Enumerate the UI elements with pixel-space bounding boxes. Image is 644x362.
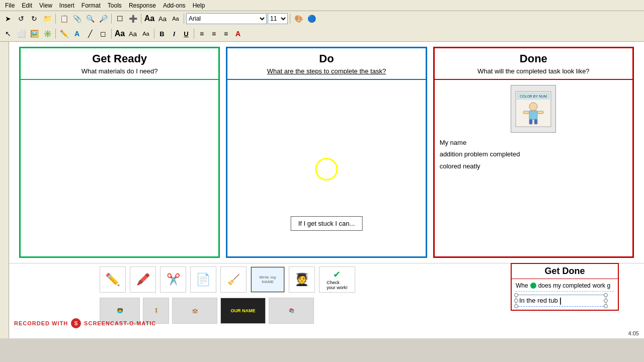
classroom-img: 🏫 (173, 298, 217, 323)
do-header: Do What are the steps to complete the ta… (227, 48, 425, 80)
btn-textbox[interactable]: 🖼️ (28, 28, 40, 40)
get-done-input-text: In the red tub (519, 297, 558, 304)
btn-open[interactable]: 📁 (41, 13, 53, 25)
do-subtitle: What are the steps to complete the task? (232, 67, 420, 75)
btn-font-large[interactable]: Aa (143, 13, 155, 25)
strip-our-name[interactable]: OUR NAME (220, 298, 266, 324)
resize-handle-ml[interactable] (514, 299, 518, 303)
btn-box[interactable]: ☐ (114, 13, 126, 25)
btn-erase[interactable]: ◻ (97, 28, 109, 40)
scissors-icon: ✂️ (167, 273, 180, 286)
menu-help[interactable]: Help (190, 1, 208, 10)
menu-format[interactable]: Format (78, 1, 104, 10)
btn-redo[interactable]: ↻ (28, 13, 40, 25)
menu-addons[interactable]: Add-ons (160, 1, 189, 10)
done-body: COLOR BY NUM (435, 80, 632, 256)
btn-font-small2[interactable]: Aa (140, 28, 152, 40)
menu-view[interactable]: View (36, 1, 55, 10)
btn-plus[interactable]: ➕ (127, 13, 139, 25)
menu-tools[interactable]: Tools (105, 1, 125, 10)
resize-handle-br[interactable] (604, 304, 608, 308)
check-work-icon: ✔ Checkyour work! (327, 269, 348, 290)
btn-line[interactable]: ╱ (84, 28, 96, 40)
bookshelf-img: 📚 (269, 298, 313, 323)
resize-handle-mr[interactable] (604, 299, 608, 303)
svg-point-3 (529, 103, 537, 111)
strip-bookshelf[interactable]: 📚 (269, 298, 314, 324)
strip-scissors[interactable]: ✂️ (160, 266, 186, 293)
btn-star[interactable]: ✳️ (41, 28, 53, 40)
btn-align-center[interactable]: ≡ (208, 28, 219, 39)
menu-bar: File Edit View Insert Format Tools Respo… (0, 0, 644, 11)
strip-write-name[interactable]: Write myNAME (251, 266, 285, 293)
resize-handle-bl[interactable] (514, 304, 518, 308)
get-done-title: Get Done (544, 266, 585, 276)
column-do: Do What are the steps to complete the ta… (226, 47, 427, 258)
btn-pencil[interactable]: ✏️ (58, 28, 70, 40)
columns-container: Get Ready What materials do I need? Do W… (9, 42, 644, 263)
watermark-prefix: RECORDED WITH (14, 320, 68, 326)
strip-check-work[interactable]: ✔ Checkyour work! (319, 266, 355, 293)
toolbar-row-1: ➤ ↺ ↻ 📁 📋 📎 🔍 🔎 ☐ ➕ Aa Aa Aa Arial 11 🎨 … (0, 11, 644, 26)
btn-underline[interactable]: U (181, 28, 192, 39)
menu-edit[interactable]: Edit (19, 1, 35, 10)
btn-undo[interactable]: ↺ (15, 13, 27, 25)
btn-font-small[interactable]: Aa (170, 13, 182, 25)
btn-search[interactable]: 🔍 (84, 13, 96, 25)
cursor-circle (315, 158, 338, 180)
slide-canvas: Get Ready What materials do I need? Do W… (9, 42, 644, 338)
toolbar-container: ➤ ↺ ↻ 📁 📋 📎 🔍 🔎 ☐ ➕ Aa Aa Aa Arial 11 🎨 … (0, 11, 644, 42)
watermark: RECORDED WITH S SCREENCAST-O-MATIC (14, 318, 156, 328)
menu-insert[interactable]: Insert (56, 1, 77, 10)
strip-crayons[interactable]: 🖍️ (130, 266, 156, 293)
left-ruler (0, 42, 9, 338)
do-body: If I get stuck I can... (227, 80, 425, 256)
get-done-line1: Whe (516, 282, 528, 289)
btn-bold[interactable]: B (156, 28, 168, 39)
strip-pencil[interactable]: ✏️ (100, 266, 126, 293)
svg-rect-4 (529, 111, 537, 120)
btn-text-color[interactable]: A (232, 28, 244, 39)
get-ready-title: Get Ready (26, 52, 213, 65)
sep-6 (55, 29, 56, 39)
btn-extra[interactable]: 🔵 (305, 13, 317, 25)
btn-align-right[interactable]: ≡ (220, 28, 231, 39)
btn-zoom[interactable]: 🔎 (97, 13, 109, 25)
done-title: Done (440, 52, 627, 65)
svg-text:COLOR BY NUM: COLOR BY NUM (520, 95, 547, 98)
strip-eraser[interactable]: 🧹 (220, 266, 247, 293)
font-size-select[interactable]: 11 (268, 13, 288, 24)
btn-color-palette[interactable]: 🎨 (292, 13, 304, 25)
strip-person[interactable]: 🧑‍🎓 (289, 266, 315, 293)
btn-copy[interactable]: 📋 (58, 13, 70, 25)
btn-cursor[interactable]: ↖ (2, 28, 14, 40)
menu-file[interactable]: File (2, 1, 18, 10)
btn-font-medium[interactable]: Aa (156, 13, 169, 25)
stuck-box: If I get stuck I can... (291, 216, 363, 231)
get-done-input-box[interactable]: In the red tub (516, 295, 606, 307)
strip-classroom[interactable]: 🏫 (172, 298, 217, 324)
toolbar-row-2: ↖ ⬜ 🖼️ ✳️ ✏️ A ╱ ◻ Aa Aa Aa B I U ≡ ≡ ≡ … (0, 26, 644, 41)
done-checklist: My nameaddition problem completedcolored… (440, 137, 627, 172)
strip-paper[interactable]: 📄 (190, 266, 216, 293)
font-family-select[interactable]: Arial (186, 13, 267, 24)
resize-handle-tl[interactable] (514, 293, 518, 297)
btn-paste[interactable]: 📎 (71, 13, 83, 25)
btn-highlight[interactable]: A (71, 28, 83, 40)
btn-align-left[interactable]: ≡ (196, 28, 207, 39)
get-ready-header: Get Ready What materials do I need? (21, 48, 218, 80)
resize-handle-tr[interactable] (604, 293, 608, 297)
get-done-body: Whe does my completed work g In the red … (512, 279, 618, 310)
screencast-logo: S (71, 318, 81, 328)
get-done-line2: does my completed (538, 282, 591, 289)
btn-arrow[interactable]: ➤ (2, 13, 14, 25)
menu-response[interactable]: Response (126, 1, 159, 10)
done-header: Done What will the completed task look l… (435, 48, 632, 80)
btn-font-large2[interactable]: Aa (114, 28, 126, 40)
btn-italic[interactable]: I (169, 28, 180, 39)
btn-font-medium2[interactable]: Aa (127, 28, 139, 40)
paper-icon: 📄 (196, 273, 211, 287)
coloring-book-svg: COLOR BY NUM (513, 89, 553, 129)
sep-4 (184, 14, 184, 24)
btn-shapes[interactable]: ⬜ (15, 28, 27, 40)
